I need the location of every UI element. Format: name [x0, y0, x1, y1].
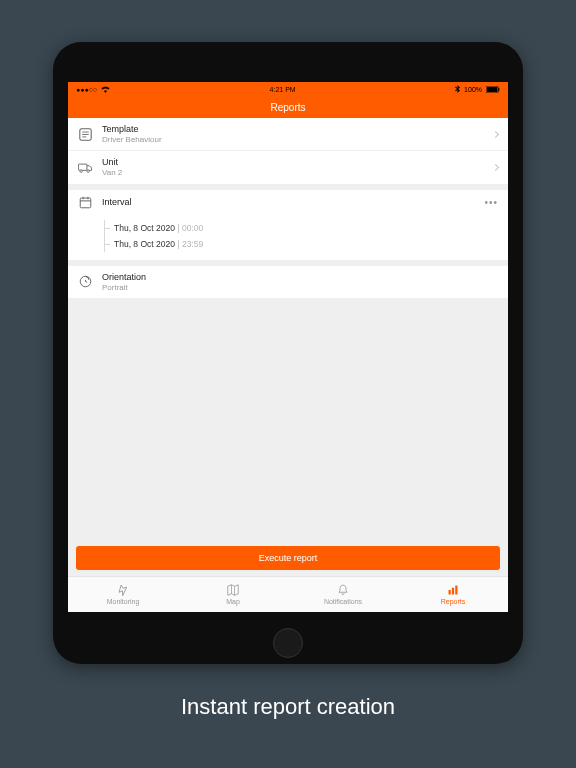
interval-to-date: Thu, 8 Oct 2020 — [114, 239, 175, 249]
wifi-icon — [101, 86, 110, 93]
interval-to[interactable]: Thu, 8 Oct 2020 | 23:59 — [102, 236, 498, 252]
row-template[interactable]: Template Driver Behaviour — [68, 118, 508, 150]
svg-rect-10 — [80, 198, 91, 208]
interval-to-time: 23:59 — [182, 239, 203, 249]
template-icon — [78, 127, 92, 141]
row-orientation[interactable]: Orientation Portrait — [68, 266, 508, 298]
tab-bar: Monitoring Map Notifications Reports — [68, 576, 508, 612]
tab-label: Monitoring — [107, 598, 140, 605]
tab-label: Notifications — [324, 598, 362, 605]
monitoring-icon — [117, 584, 129, 596]
interval-body: Thu, 8 Oct 2020 | 00:00 Thu, 8 Oct 2020 … — [68, 216, 508, 260]
tab-label: Reports — [441, 598, 466, 605]
interval-from-date: Thu, 8 Oct 2020 — [114, 223, 175, 233]
page-title: Reports — [270, 102, 305, 113]
nav-bar: Reports — [68, 96, 508, 118]
row-interval-title: Interval — [102, 197, 484, 208]
interval-from[interactable]: Thu, 8 Oct 2020 | 00:00 — [102, 220, 498, 236]
row-unit-value: Van 2 — [102, 168, 493, 178]
tab-notifications[interactable]: Notifications — [288, 577, 398, 612]
tab-monitoring[interactable]: Monitoring — [68, 577, 178, 612]
battery-icon — [486, 86, 500, 93]
svg-rect-18 — [452, 588, 454, 595]
unit-icon — [78, 161, 92, 175]
execute-report-button[interactable]: Execute report — [76, 546, 500, 570]
row-template-value: Driver Behaviour — [102, 135, 493, 145]
svg-rect-17 — [449, 590, 451, 595]
row-orientation-value: Portrait — [102, 283, 498, 293]
svg-point-8 — [80, 169, 82, 171]
bell-icon — [337, 584, 349, 596]
tab-reports[interactable]: Reports — [398, 577, 508, 612]
execute-wrap: Execute report — [68, 540, 508, 576]
tab-map[interactable]: Map — [178, 577, 288, 612]
map-icon — [227, 584, 239, 596]
svg-rect-19 — [455, 586, 457, 595]
screen: ●●●○○ 4:21 PM 100% Reports — [68, 82, 508, 612]
battery-text: 100% — [464, 86, 482, 93]
bluetooth-icon — [455, 85, 460, 93]
row-unit[interactable]: Unit Van 2 — [68, 150, 508, 183]
status-time: 4:21 PM — [270, 86, 296, 93]
row-interval-header[interactable]: Interval ••• — [68, 190, 508, 216]
svg-rect-7 — [78, 164, 87, 170]
svg-rect-2 — [498, 88, 499, 91]
chevron-right-icon — [492, 164, 499, 171]
caption: Instant report creation — [181, 694, 395, 720]
row-unit-title: Unit — [102, 157, 493, 168]
row-orientation-title: Orientation — [102, 272, 498, 283]
tab-label: Map — [226, 598, 240, 605]
calendar-icon — [78, 196, 92, 210]
tablet-frame: ●●●○○ 4:21 PM 100% Reports — [53, 42, 523, 664]
svg-rect-1 — [487, 86, 498, 91]
status-bar: ●●●○○ 4:21 PM 100% — [68, 82, 508, 96]
reports-icon — [447, 584, 459, 596]
more-icon[interactable]: ••• — [484, 197, 498, 208]
signal-dots-icon: ●●●○○ — [76, 86, 97, 93]
svg-point-9 — [87, 169, 89, 171]
interval-from-time: 00:00 — [182, 223, 203, 233]
row-template-title: Template — [102, 124, 493, 135]
chevron-right-icon — [492, 131, 499, 138]
content-area: Template Driver Behaviour Unit Van 2 — [68, 118, 508, 540]
orientation-icon — [78, 275, 92, 289]
home-button[interactable] — [273, 628, 303, 658]
